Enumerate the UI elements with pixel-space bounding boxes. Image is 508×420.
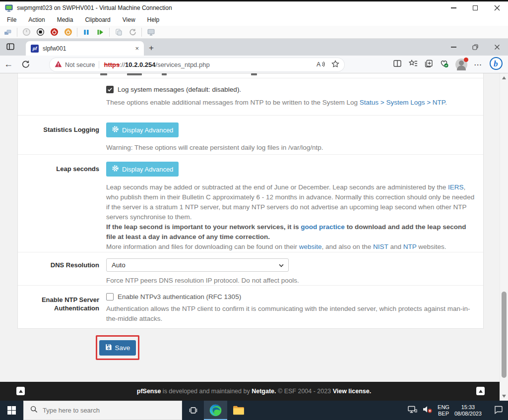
not-secure-label[interactable]: Not secure [65, 61, 95, 68]
ntp-link[interactable]: NTP [403, 243, 417, 250]
shutdown-vm-icon[interactable] [49, 27, 59, 37]
menu-file[interactable]: File [7, 16, 16, 23]
statistics-help: Warning: These options will create persi… [106, 143, 475, 153]
iers-link[interactable]: IERS [448, 183, 464, 191]
language-code: ENG [438, 404, 449, 411]
scrollbar-thumb[interactable] [502, 292, 507, 378]
vm-monitor-icon [4, 3, 14, 13]
pause-vm-icon[interactable] [81, 27, 91, 37]
browser-viewport: Log system messages (default: disabled).… [0, 73, 508, 401]
help-period: . [445, 99, 447, 106]
scrollbar-down-arrow[interactable] [502, 395, 506, 398]
scroll-to-top-button-left[interactable] [16, 387, 25, 395]
browser-tab[interactable]: pf slpfw001 × [26, 41, 144, 56]
revert-icon[interactable] [127, 27, 137, 37]
edge-taskbar-icon[interactable] [204, 401, 227, 420]
new-tab-button[interactable]: + [149, 44, 154, 52]
leap-p2-text: If the leap second is important to your … [106, 223, 301, 231]
good-practice-link[interactable]: good practice [301, 223, 345, 231]
menu-clipboard[interactable]: Clipboard [85, 16, 110, 23]
reset-vm-icon[interactable] [95, 27, 105, 37]
save-button-label: Save [115, 344, 130, 352]
save-vm-icon[interactable] [63, 27, 73, 37]
scroll-to-top-button-right[interactable] [476, 387, 485, 395]
dns-selected-value: Auto [112, 261, 126, 269]
leap-p3-text3: and [388, 243, 403, 250]
action-center-icon[interactable] [494, 405, 503, 416]
dns-resolution-select[interactable]: Auto [106, 258, 289, 272]
vm-titlebar: swpmgmt023 on SWPHV001 - Virtual Machine… [0, 0, 508, 14]
browser-close-button[interactable] [486, 39, 508, 56]
log-system-help: These options enable additional messages… [106, 99, 360, 106]
menu-view[interactable]: View [123, 16, 135, 23]
page-scrollbar[interactable] [500, 73, 508, 401]
save-button[interactable]: Save [99, 340, 136, 356]
log-system-label[interactable]: Log system messages (default: disabled). [118, 86, 241, 93]
menu-help[interactable]: Help [147, 16, 160, 23]
vm-minimize-button[interactable] [443, 1, 464, 14]
browser-restore-button[interactable] [464, 39, 486, 56]
website-link[interactable]: website [299, 243, 322, 250]
tab-actions-icon[interactable] [6, 42, 15, 53]
navbar-right-icons: ⋯ b [393, 56, 503, 73]
footer-view-license-link[interactable]: View license. [333, 388, 372, 395]
split-screen-icon[interactable] [393, 59, 402, 70]
footer-text: pfSense is developed and maintained by N… [137, 388, 371, 395]
vm-window-title: swpmgmt023 on SWPHV001 - Virtual Machine… [17, 4, 172, 11]
ctrl-alt-del-icon[interactable] [3, 27, 13, 37]
system-logs-link[interactable]: Status > System Logs > NTP [360, 99, 445, 106]
search-input[interactable] [43, 407, 157, 414]
keyboard-code: BEP [438, 411, 449, 417]
ntpv3-auth-label[interactable]: Enable NTPv3 authentication (RFC 1305) [118, 293, 241, 300]
row-label [24, 78, 106, 115]
menu-action[interactable]: Action [28, 16, 45, 23]
tab-close-icon[interactable]: × [135, 45, 139, 52]
start-button[interactable] [0, 401, 23, 420]
tab-title: slpfw001 [43, 45, 135, 52]
vm-window-controls [443, 1, 508, 14]
not-secure-warning-icon[interactable] [55, 60, 62, 69]
ntpv3-auth-checkbox[interactable] [106, 293, 114, 300]
browser-essentials-icon[interactable] [440, 59, 449, 70]
settings-menu-icon[interactable]: ⋯ [474, 60, 483, 69]
enhanced-session-icon[interactable] [146, 27, 156, 37]
url-text[interactable]: https://10.2.0.254/services_ntpd.php [104, 61, 209, 68]
menu-media[interactable]: Media [57, 16, 73, 23]
pfsense-favicon: pf [31, 45, 39, 53]
collections-icon[interactable] [424, 59, 433, 70]
start-vm-icon[interactable] [21, 27, 31, 37]
dns-resolution-row: DNS Resolution Auto Force NTP peers DNS … [18, 252, 483, 285]
back-icon[interactable]: ← [0, 59, 17, 69]
ntp-auth-label: Enable NTP Server Authentication [24, 286, 106, 328]
task-view-button[interactable] [182, 401, 204, 420]
browser-minimize-button[interactable] [443, 39, 464, 56]
dns-help: Force NTP peers DNS resolution IP protoc… [106, 276, 475, 285]
turn-off-vm-icon[interactable] [35, 27, 45, 37]
leap-display-advanced-button[interactable]: Display Advanced [106, 162, 179, 177]
network-tray-icon[interactable] [407, 405, 417, 416]
clock[interactable]: 15:33 08/08/2023 [454, 404, 482, 417]
leap-seconds-label: Leap seconds [24, 155, 106, 252]
taskbar-search[interactable] [23, 401, 182, 420]
file-explorer-icon[interactable] [227, 401, 251, 420]
url-separator: :// [120, 61, 125, 68]
log-system-checkbox[interactable] [106, 86, 114, 93]
refresh-icon[interactable] [17, 60, 34, 68]
vm-close-button[interactable] [486, 1, 508, 14]
volume-muted-icon[interactable] [422, 405, 433, 416]
nist-link[interactable]: NIST [373, 243, 388, 250]
scrollbar-up-arrow[interactable] [502, 76, 506, 79]
vm-maximize-button[interactable] [464, 1, 486, 14]
svg-text:b: b [494, 59, 498, 68]
favorites-bar-icon[interactable] [408, 59, 418, 70]
profile-avatar[interactable] [455, 59, 467, 70]
stats-display-advanced-button[interactable]: Display Advanced [106, 122, 179, 137]
checkpoint-icon[interactable] [114, 27, 124, 37]
language-indicator[interactable]: ENG BEP [438, 404, 449, 417]
address-bar[interactable]: Not secure https://10.2.0.254/services_n… [50, 58, 344, 71]
leap-p3-text4: websites. [416, 243, 446, 250]
leap-p3-text: More information and files for downloadi… [106, 243, 299, 250]
favorite-star-icon[interactable] [331, 60, 339, 70]
bing-copilot-icon[interactable]: b [489, 57, 503, 72]
read-aloud-icon[interactable]: A [317, 60, 325, 70]
